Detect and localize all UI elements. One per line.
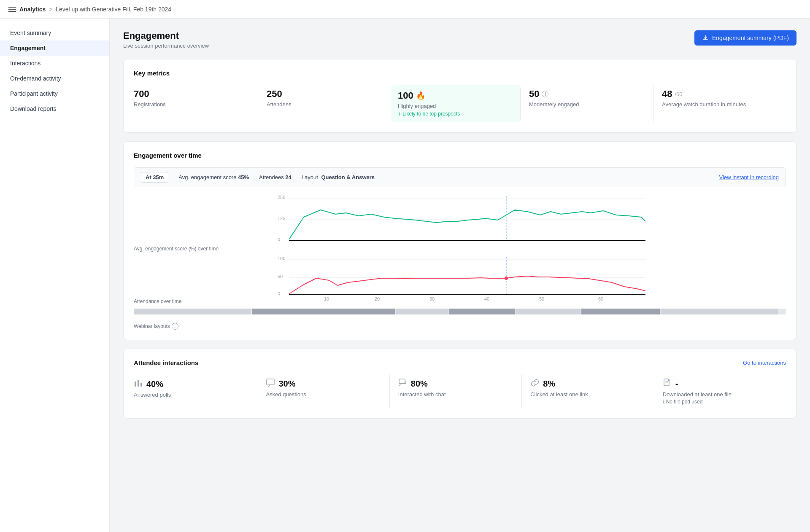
- metric-attendees-label: Attendees: [267, 101, 382, 107]
- page-subtitle: Live session performance overview: [123, 43, 209, 49]
- svg-rect-21: [135, 382, 136, 387]
- go-to-interactions-link[interactable]: Go to interactions: [743, 360, 786, 366]
- metric-watch-duration-label: Average watch duration in minutes: [662, 101, 778, 107]
- main-layout: Event summary Engagement Interactions On…: [0, 19, 810, 532]
- chart-tooltip-bar: At 35m Avg. engagement score 45% Attende…: [134, 167, 786, 187]
- page-header: Engagement Live session performance over…: [123, 30, 796, 49]
- engagement-over-time-title: Engagement over time: [134, 152, 786, 159]
- sidebar: Event summary Engagement Interactions On…: [0, 19, 110, 532]
- question-icon: [266, 378, 275, 390]
- metric-registrations-label: Registrations: [134, 101, 249, 107]
- svg-text:0: 0: [278, 237, 280, 242]
- links-label: Clicked at least one link: [530, 391, 645, 398]
- engagement-summary-pdf-button[interactable]: Engagement summary (PDF): [694, 30, 796, 46]
- key-metrics-title: Key metrics: [134, 70, 786, 77]
- attendee-interactions-title: Attendee interactions: [134, 359, 198, 366]
- files-label: Downloaded at least one file: [663, 391, 778, 398]
- metric-attendees: 250 Attendees: [258, 85, 391, 122]
- key-metrics-grid: 700 Registrations 250 Attendees 100 🔥 Hi: [134, 85, 786, 122]
- attendee-interactions-card: Attendee interactions Go to interactions…: [123, 349, 796, 419]
- chart2-label: Attendance over time: [134, 298, 786, 304]
- svg-text:100: 100: [278, 256, 285, 261]
- interaction-questions: 30% Asked questions: [257, 375, 389, 408]
- metric-highly-engaged-label: Highly engaged: [398, 103, 513, 109]
- breadcrumb-app[interactable]: Analytics: [19, 6, 46, 13]
- interactions-header: Attendee interactions Go to interactions: [134, 359, 786, 366]
- menu-icon[interactable]: [8, 7, 16, 12]
- interaction-chat: 80% Interacted with chat: [390, 375, 522, 408]
- files-sub: ℹ No file pod used: [663, 399, 778, 405]
- metric-registrations: 700 Registrations: [134, 85, 258, 122]
- page-title: Engagement: [123, 30, 209, 41]
- metric-watch-duration: 48/60 Average watch duration in minutes: [653, 85, 786, 122]
- layout-bar-container: Webinar layouts i: [134, 309, 786, 330]
- sidebar-item-download-reports[interactable]: Download reports: [0, 101, 109, 116]
- svg-rect-22: [138, 380, 139, 387]
- svg-text:250: 250: [278, 195, 285, 200]
- svg-text:10: 10: [324, 296, 329, 301]
- svg-text:60: 60: [598, 296, 603, 301]
- engagement-score-chart: 250 125 0 Avg. engagement score (%) over…: [134, 194, 786, 252]
- sidebar-item-participant-activity[interactable]: Participant activity: [0, 86, 109, 101]
- download-icon: [702, 35, 709, 41]
- at-time-label: At 35m: [141, 172, 168, 183]
- info-circle-icon: ℹ: [663, 399, 665, 405]
- chart1-label: Avg. engagement score (%) over time: [134, 246, 786, 252]
- breadcrumb: Analytics > Level up with Generative Fil…: [19, 6, 171, 13]
- svg-text:20: 20: [375, 296, 380, 301]
- view-instant-recording-link[interactable]: View instant in recording: [719, 174, 779, 180]
- link-icon: [530, 378, 540, 390]
- top-bar: Analytics > Level up with Generative Fil…: [0, 0, 810, 19]
- breadcrumb-page: Level up with Generative Fill, Feb 19th …: [56, 6, 171, 13]
- metric-highly-engaged-sub: + Likely to be top prospects: [398, 110, 513, 117]
- interaction-polls: 40% Answered polls: [134, 375, 257, 408]
- svg-text:50: 50: [278, 274, 283, 279]
- sidebar-item-event-summary[interactable]: Event summary: [0, 25, 109, 40]
- svg-text:30: 30: [429, 296, 435, 301]
- webinar-info-icon[interactable]: i: [172, 323, 178, 330]
- main-content: Engagement Live session performance over…: [110, 19, 810, 532]
- interaction-links: 8% Clicked at least one link: [522, 375, 654, 408]
- info-icon[interactable]: i: [542, 91, 548, 97]
- plus-icon: +: [398, 110, 401, 117]
- pdf-button-label: Engagement summary (PDF): [712, 35, 789, 41]
- chat-label: Interacted with chat: [398, 391, 513, 398]
- attendees-pill: Attendees 24: [259, 174, 292, 180]
- interaction-files: - Downloaded at least one file ℹ No file…: [654, 375, 786, 408]
- sidebar-item-engagement[interactable]: Engagement: [0, 40, 109, 56]
- engagement-score-svg: 250 125 0: [134, 194, 786, 245]
- metric-registrations-value: 700: [134, 89, 249, 99]
- webinar-layouts-label: Webinar layouts i: [134, 323, 786, 330]
- polls-label: Answered polls: [134, 392, 248, 398]
- page-header-left: Engagement Live session performance over…: [123, 30, 209, 49]
- sidebar-item-on-demand-activity[interactable]: On-demand activity: [0, 71, 109, 86]
- svg-rect-24: [267, 379, 274, 385]
- flame-icon: 🔥: [416, 91, 425, 100]
- layout-bar: [134, 309, 786, 314]
- metric-moderately-engaged-label: Moderately engaged: [529, 101, 645, 107]
- svg-text:125: 125: [278, 216, 285, 221]
- interaction-metrics-grid: 40% Answered polls 30% Asked questions: [134, 375, 786, 408]
- avg-score-pill: Avg. engagement score 45%: [178, 174, 249, 180]
- poll-icon: [134, 378, 143, 390]
- chat-icon: [398, 378, 408, 390]
- svg-text:40: 40: [484, 296, 489, 301]
- engagement-over-time-card: Engagement over time At 35m Avg. engagem…: [123, 141, 796, 340]
- breadcrumb-separator: >: [49, 6, 52, 13]
- metric-highly-engaged: 100 🔥 Highly engaged + Likely to be top …: [391, 85, 521, 122]
- sidebar-item-interactions[interactable]: Interactions: [0, 56, 109, 71]
- key-metrics-card: Key metrics 700 Registrations 250 Attend…: [123, 59, 796, 133]
- svg-text:50: 50: [539, 296, 544, 301]
- svg-rect-23: [140, 383, 142, 387]
- attendance-svg: 100 50 0 10 20 30 4: [134, 255, 786, 297]
- svg-rect-25: [399, 379, 405, 384]
- svg-text:0: 0: [278, 291, 280, 296]
- file-icon: [663, 378, 672, 390]
- attendance-chart: 100 50 0 10 20 30 4: [134, 255, 786, 304]
- metric-moderately-engaged: 50 i Moderately engaged: [521, 85, 653, 122]
- layout-pill: Layout Question & Answers: [302, 174, 375, 180]
- questions-label: Asked questions: [266, 391, 381, 398]
